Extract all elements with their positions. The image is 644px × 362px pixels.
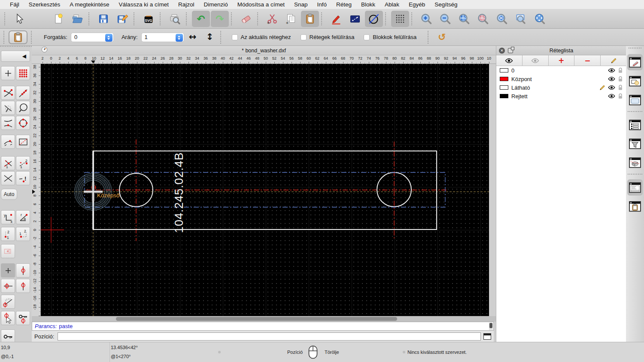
stepper-icon[interactable]	[105, 34, 112, 42]
collapse-toolbar-button[interactable]: ◀	[1, 51, 30, 62]
menu-item-rajzol[interactable]: Rajzol	[173, 1, 199, 8]
snap-auto-button[interactable]: Auto	[1, 189, 17, 200]
cut-button[interactable]: +	[263, 11, 281, 27]
layer-lock-icon[interactable]	[618, 84, 623, 90]
layer-visible-icon[interactable]	[608, 76, 615, 81]
zoom-previous-button[interactable]	[493, 11, 511, 27]
paste-button[interactable]	[301, 11, 319, 27]
menu-item-seg-ts-g[interactable]: Segítség	[430, 1, 462, 8]
save-as-button[interactable]	[113, 11, 131, 27]
circle-tool-button[interactable]	[365, 11, 383, 27]
zoom-out-button[interactable]	[436, 11, 454, 27]
redo-button[interactable]: ↷	[211, 11, 229, 27]
layer-row-rejtett[interactable]: Rejtett	[496, 92, 626, 100]
menu-item-m-dos-tsa-a-c-met[interactable]: Módosítsa a címet	[233, 1, 289, 8]
menu-item-a-megtekint-se[interactable]: A megtekintése	[65, 1, 114, 8]
scrollbar-thumb[interactable]	[116, 317, 397, 321]
dock-block-list-button[interactable]	[627, 73, 643, 89]
relative-cartesian-button[interactable]: 21	[1, 227, 15, 241]
dock-command-line-button[interactable]	[627, 179, 643, 196]
export-svg-button[interactable]: SVG	[140, 11, 158, 27]
lock-relative-zero-button[interactable]	[16, 311, 30, 325]
menu-item-inf-[interactable]: Infó	[313, 1, 332, 8]
snap-bounding-box-button[interactable]	[16, 135, 30, 149]
layer-visible-icon[interactable]	[608, 85, 615, 90]
add-layer-button[interactable]: +	[549, 55, 575, 66]
dock-entity-list-button[interactable]	[627, 117, 643, 133]
zoom-auto-button[interactable]	[455, 11, 473, 27]
layer-lock-icon[interactable]	[618, 93, 623, 99]
layer-lock-icon[interactable]	[618, 76, 623, 82]
snap-center-button[interactable]	[1, 101, 15, 115]
open-document-button[interactable]	[68, 11, 86, 27]
zoom-in-button[interactable]	[417, 11, 435, 27]
dock-library-browser-button[interactable]	[627, 92, 643, 108]
snap-quadrant-button[interactable]	[16, 116, 30, 130]
eraser-button[interactable]	[237, 11, 255, 27]
drawing-titlebar[interactable]: * bond_washer.dxf	[32, 46, 496, 55]
layer-row-k-zpont[interactable]: Központ	[496, 75, 626, 83]
keyboard-focus-icon[interactable]	[483, 333, 491, 340]
layer-lock-icon[interactable]	[618, 67, 623, 73]
remove-layer-button[interactable]: −	[574, 55, 601, 66]
copy-button[interactable]: +	[282, 11, 300, 27]
snap-intersection-manual-button[interactable]: 1	[1, 156, 15, 170]
flip-horizontal-button[interactable]: ↔	[184, 30, 201, 45]
layer-visible-icon[interactable]	[608, 68, 615, 73]
select-mode-button[interactable]	[1, 244, 15, 258]
command-scrollbar[interactable]	[489, 323, 493, 330]
snap-middle-button[interactable]	[1, 116, 15, 130]
drawing-canvas[interactable]: 104.245.02.4B Középső	[41, 64, 489, 316]
undo-button[interactable]: ↶	[192, 11, 210, 27]
layer-edit-icon[interactable]	[599, 84, 605, 90]
menu-item-blokk[interactable]: Blokk	[356, 1, 380, 8]
checkbox-box[interactable]	[301, 34, 307, 40]
select-cursor-button[interactable]	[10, 11, 28, 27]
pick-coordinate-button[interactable]	[1, 311, 15, 325]
menu-item-egy-b[interactable]: Egyéb	[404, 1, 430, 8]
restrict-nothing-button[interactable]	[1, 263, 15, 278]
dimension-button[interactable]	[346, 11, 364, 27]
layer-row-0[interactable]: 0	[496, 66, 626, 75]
layer-row-l-that-[interactable]: Látható	[496, 83, 626, 92]
menu-item-f-jl[interactable]: Fájl	[5, 1, 24, 8]
print-preview-button[interactable]	[166, 11, 184, 27]
snap-endpoint-button[interactable]	[1, 86, 15, 100]
snap-nothing-button[interactable]: !	[16, 171, 30, 185]
snap-grid-button[interactable]	[16, 66, 30, 80]
reset-button[interactable]: ↺	[433, 30, 450, 45]
command-input[interactable]	[58, 332, 481, 341]
restrict-horizontal-button[interactable]	[1, 279, 15, 293]
dock-entity-info-button[interactable]	[627, 154, 643, 171]
flip-vertical-button[interactable]: ↕	[201, 30, 219, 45]
dock-clipboard-button[interactable]	[627, 198, 643, 214]
menu-item-ablak[interactable]: Ablak	[380, 1, 404, 8]
menu-item-snap[interactable]: Snap	[289, 1, 313, 8]
checkbox-blokkok-fel-l-r-sa[interactable]: Blokkok felülírása	[364, 34, 416, 40]
coordinate-cartesian-button[interactable]: yx	[1, 210, 15, 224]
relative-polar-button[interactable]: 21	[16, 227, 30, 241]
checkbox-box[interactable]	[364, 34, 370, 40]
zoom-pan-button[interactable]	[531, 11, 549, 27]
snap-free-button[interactable]	[1, 66, 15, 80]
angle-snap-button[interactable]	[1, 295, 15, 309]
zoom-window-button[interactable]	[512, 11, 530, 27]
dock-layer-list-button[interactable]	[627, 54, 643, 70]
restrict-orthogonal-button[interactable]	[16, 279, 30, 293]
horizontal-scrollbar[interactable]: 1 < 10	[32, 316, 496, 322]
checkbox-az-aktu-lis-r-teghez[interactable]: Az aktuális réteghez	[232, 34, 291, 40]
scale-input[interactable]: 1	[141, 33, 184, 42]
checkbox-box[interactable]	[232, 34, 238, 40]
menu-item-v-lassza-ki-a-c-met[interactable]: Válassza ki a címet	[114, 1, 173, 8]
layer-visible-icon[interactable]	[608, 94, 615, 99]
show-all-layers-button[interactable]	[496, 55, 522, 66]
new-document-button[interactable]	[49, 11, 67, 27]
snap-on-entity-button[interactable]	[16, 86, 30, 100]
close-icon[interactable]: ✕	[499, 48, 505, 54]
menu-item-szerkeszt-s[interactable]: Szerkesztés	[24, 1, 65, 8]
freehand-button[interactable]	[327, 11, 345, 27]
snap-distance-button[interactable]	[1, 135, 15, 149]
dock-entity-filter-button[interactable]	[627, 136, 643, 152]
zoom-selected-button[interactable]	[474, 11, 492, 27]
snap-entity-button[interactable]	[16, 101, 30, 115]
